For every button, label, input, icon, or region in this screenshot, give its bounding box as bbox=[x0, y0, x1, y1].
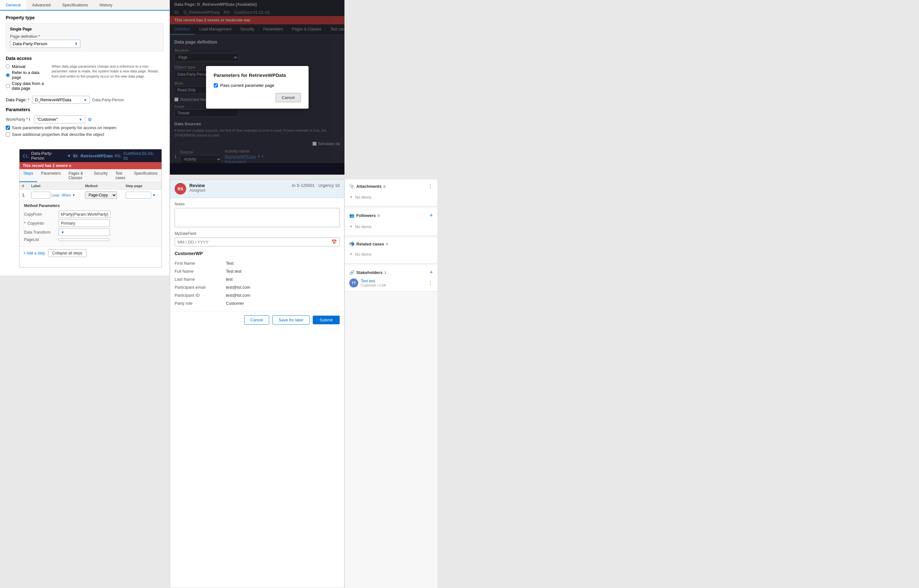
param-label: WorkParty * ℹ bbox=[6, 117, 31, 122]
review-title: Review bbox=[189, 183, 289, 188]
stakeholder-menu-button[interactable]: ⋮ bbox=[428, 280, 433, 286]
single-page-label: Single Page bbox=[10, 27, 160, 31]
mp-copy-from-label: CopyFrom bbox=[24, 212, 56, 216]
customer-field-label: Participant email bbox=[174, 283, 226, 291]
bl-tab-parameters[interactable]: Parameters bbox=[37, 169, 65, 182]
table-row: 1. Loop When ▼ Page-Copy ▼ bbox=[19, 190, 162, 201]
save-params-checkbox[interactable] bbox=[6, 126, 10, 130]
page-definition-input[interactable]: Data-Party-Person ⬇ bbox=[10, 40, 81, 48]
bl-tab-specifications[interactable]: Specifications bbox=[130, 169, 162, 182]
data-access-desc: When data page parameters change and a r… bbox=[52, 64, 164, 93]
save-additional-checkbox[interactable] bbox=[6, 132, 10, 137]
mp-copy-from-row: CopyFrom kParty(Param.WorkParty) bbox=[24, 210, 157, 218]
radio-refer-row: Refer to a data page bbox=[6, 70, 45, 80]
customer-field-value: test bbox=[226, 275, 340, 283]
mp-title: Method Parameters bbox=[24, 204, 157, 208]
date-input[interactable] bbox=[178, 240, 331, 244]
stakeholders-section: 🔗 Stakeholders 1 + TT Test test Customer… bbox=[345, 265, 438, 292]
modal-dialog: Parameters for RetrieveWPData Pass curre… bbox=[206, 66, 308, 109]
data-page-input[interactable]: D_RetrieveWPData ▼ bbox=[32, 96, 90, 104]
add-step-button[interactable]: + Add a step bbox=[23, 251, 45, 255]
bl-cl-label: CL: bbox=[23, 153, 29, 158]
tab-history[interactable]: History bbox=[94, 0, 118, 10]
customer-field-label: Full Name bbox=[174, 267, 226, 275]
review-meta: In S-125001 • Urgency 10 bbox=[292, 183, 340, 188]
attachments-menu-button[interactable]: ⋮ bbox=[428, 183, 433, 189]
modal-title: Parameters for RetrieveWPData bbox=[214, 73, 301, 78]
step-page-input[interactable] bbox=[126, 192, 151, 199]
tab-general[interactable]: General bbox=[0, 0, 26, 11]
sparkle-icon-2: ✦ bbox=[349, 224, 353, 229]
bl-tabs: Steps Parameters Pages & Classes Securit… bbox=[19, 169, 162, 183]
radio-copy[interactable] bbox=[6, 84, 10, 88]
cancel-review-button[interactable]: Cancel bbox=[244, 315, 269, 325]
followers-badge: 0 bbox=[378, 214, 380, 218]
bl-tab-security[interactable]: Security bbox=[90, 169, 111, 182]
customer-field-label: Party role bbox=[174, 299, 226, 307]
list-item: Participant emailtest@tst.com bbox=[174, 283, 340, 291]
radio-manual[interactable] bbox=[6, 65, 10, 69]
calendar-icon: 📅 bbox=[331, 239, 337, 244]
param-value-input[interactable]: "Customer" ▼ bbox=[34, 115, 85, 123]
step-num: 1. bbox=[19, 190, 29, 201]
submit-button[interactable]: Submit bbox=[313, 316, 340, 324]
tab-advanced[interactable]: Advanced bbox=[26, 0, 57, 10]
bl-tab-pages[interactable]: Pages & Classes bbox=[65, 169, 90, 182]
mp-data-transform-value[interactable]: ▼ bbox=[59, 228, 110, 236]
bl-footer: + Add a step Collapse all steps bbox=[19, 246, 162, 260]
related-cases-title: 📬 Related cases 0 bbox=[349, 242, 388, 246]
date-field-label: MyDateField bbox=[174, 231, 340, 236]
col-num: # bbox=[19, 183, 29, 190]
followers-section: 👥 Followers 0 + ✦ No items bbox=[345, 208, 438, 236]
mp-copy-into-value[interactable]: Primary bbox=[59, 220, 110, 227]
notes-textarea[interactable] bbox=[174, 208, 340, 227]
loop-link[interactable]: Loop bbox=[52, 193, 59, 197]
step-page-cell: ▼ bbox=[123, 190, 162, 201]
date-input-wrap: 📅 bbox=[174, 237, 340, 246]
stakeholder-row: TT Test test Customer • LSA ⋮ bbox=[349, 278, 433, 288]
save-for-later-button[interactable]: Save for later bbox=[272, 315, 309, 325]
modal-cancel-button[interactable]: Cancel bbox=[276, 93, 300, 102]
followers-add-button[interactable]: + bbox=[430, 212, 433, 219]
data-access-section: Manual Refer to a data page Copy data fr… bbox=[6, 64, 164, 93]
list-item: Party roleCustomer bbox=[174, 299, 340, 307]
autocomplete-icon: ⬇ bbox=[75, 42, 78, 46]
modal-pass-param-checkbox[interactable] bbox=[214, 83, 218, 87]
step-method-select[interactable]: Page-Copy bbox=[85, 191, 117, 199]
param-gear-icon[interactable]: ⚙ bbox=[88, 117, 92, 122]
bl-tab-steps[interactable]: Steps bbox=[19, 169, 37, 182]
stakeholder-name[interactable]: Test test bbox=[361, 279, 425, 283]
radio-group: Manual Refer to a data page Copy data fr… bbox=[6, 64, 45, 91]
attachments-badge: 0 bbox=[384, 184, 386, 188]
mp-data-transform-row: Data Transform ▼ bbox=[24, 228, 157, 236]
related-cases-badge: 0 bbox=[386, 242, 388, 246]
bl-warning-bar: This record has 2 severe o bbox=[19, 162, 162, 169]
customer-field-value: Customer bbox=[226, 299, 340, 307]
when-link[interactable]: When bbox=[62, 193, 71, 197]
data-page-type: Data-Party-Person bbox=[92, 98, 124, 102]
bl-id-value: RetrieveWPData bbox=[81, 153, 113, 158]
step-page-arrow-icon: ▼ bbox=[152, 193, 156, 197]
customer-field-label: First Name bbox=[174, 259, 226, 267]
attachments-empty: ✦ No items bbox=[349, 192, 433, 202]
center-bottom-panel: RS Review Assigned In S-125001 • Urgency… bbox=[170, 179, 344, 588]
stakeholders-actions: + bbox=[430, 269, 433, 276]
notes-label: Notes bbox=[174, 202, 340, 206]
mp-copy-into-label: * CopyInto bbox=[24, 221, 56, 226]
bl-tab-testcases[interactable]: Test cases bbox=[111, 169, 130, 182]
review-footer: Cancel Save for later Submit bbox=[170, 311, 344, 328]
mp-page-list-value[interactable] bbox=[59, 238, 110, 241]
collapse-steps-button[interactable]: Collapse all steps bbox=[48, 249, 87, 257]
related-cases-icon: 📬 bbox=[349, 242, 354, 246]
attachment-icon: 📎 bbox=[349, 184, 354, 189]
mp-copy-from-value[interactable]: kParty(Param.WorkParty) bbox=[59, 210, 111, 218]
bottom-left-panel: CL: Data-Party-Person ▼ ID: RetrieveWPDa… bbox=[19, 149, 162, 268]
stakeholders-add-button[interactable]: + bbox=[430, 269, 433, 276]
step-label-input[interactable] bbox=[31, 192, 50, 199]
stakeholder-avatar: TT bbox=[349, 278, 358, 288]
mp-data-transform-label: Data Transform bbox=[24, 230, 56, 234]
tab-specifications[interactable]: Specifications bbox=[57, 0, 94, 10]
radio-refer[interactable] bbox=[6, 73, 10, 77]
mp-page-list-row: PageList bbox=[24, 237, 157, 242]
right-panel: 📎 Attachments 0 ⋮ ✦ No items 👥 Followers… bbox=[344, 179, 438, 588]
